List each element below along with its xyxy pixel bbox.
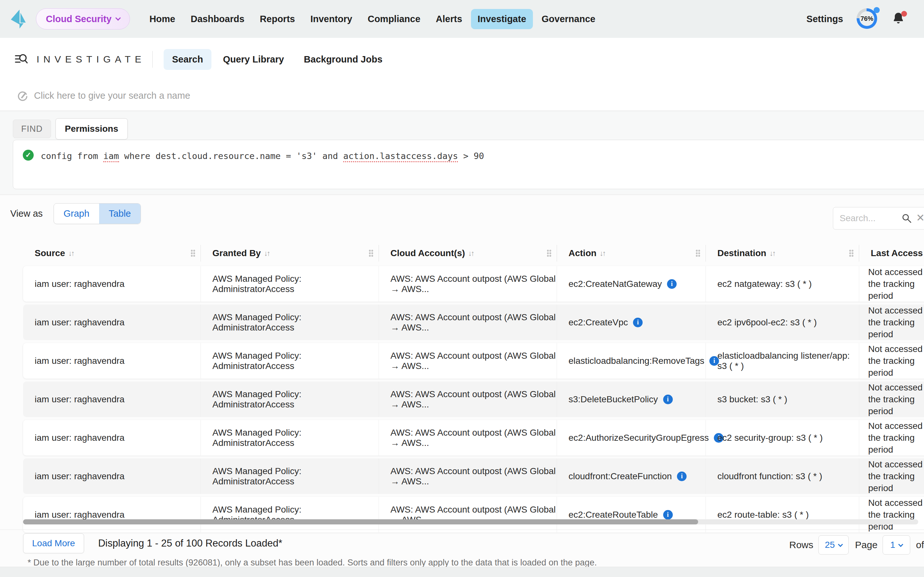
cell-text: ec2:CreateVpc	[569, 318, 628, 327]
query-type-chips: FIND Permissions	[0, 111, 924, 139]
nav-item-inventory[interactable]: Inventory	[304, 9, 359, 29]
cell-source: iam user: raghavendra	[23, 305, 201, 340]
results-search-input[interactable]	[840, 213, 897, 223]
nav-item-compliance[interactable]: Compliance	[361, 9, 427, 29]
search-name-field[interactable]: Click here to give your search a name	[0, 81, 924, 111]
divider	[152, 51, 153, 68]
cell-text: iam user: raghavendra	[35, 510, 124, 520]
page-count-label: of 4	[916, 540, 924, 550]
cell-destination: ec2 natgateway: s3 ( * )	[706, 266, 859, 301]
column-drag-handle-icon[interactable]	[849, 250, 854, 257]
nav-item-reports[interactable]: Reports	[253, 9, 302, 29]
footer-left: Load More Displaying 1 - 25 of 100 Recor…	[23, 533, 282, 553]
sort-icon[interactable]: ↓↑	[599, 249, 605, 258]
cell-text: cloudfront function: s3 ( * )	[717, 471, 822, 482]
cell-granted-by: AWS Managed Policy: AdministratorAccess	[201, 420, 379, 456]
results-section: View as GraphTable × Source↓↑Granted By↓…	[0, 195, 924, 577]
info-icon[interactable]: i	[667, 279, 677, 289]
nav-item-alerts[interactable]: Alerts	[429, 9, 469, 29]
cell-granted-by: AWS Managed Policy: AdministratorAccess	[201, 305, 379, 340]
table-row[interactable]: iam user: raghavendraAWS Managed Policy:…	[23, 497, 924, 532]
view-toggle: GraphTable	[53, 203, 141, 224]
column-header-action[interactable]: Action↓↑	[557, 245, 706, 261]
column-header-cloud-account-s-[interactable]: Cloud Account(s)↓↑	[379, 245, 557, 261]
cell-cloud-accounts: AWS: AWS Account outpost (AWS Global → A…	[379, 382, 557, 417]
load-more-button[interactable]: Load More	[23, 533, 84, 553]
notifications-button[interactable]	[891, 11, 906, 26]
product-switcher[interactable]: Cloud Security	[36, 8, 130, 29]
nav-item-dashboards[interactable]: Dashboards	[184, 9, 251, 29]
sort-icon[interactable]: ↓↑	[68, 249, 74, 258]
table-row[interactable]: iam user: raghavendraAWS Managed Policy:…	[23, 266, 924, 301]
investigate-search-list-icon	[15, 53, 28, 65]
column-header-label: Last Access	[871, 248, 923, 258]
tab-search[interactable]: Search	[164, 49, 212, 70]
info-icon[interactable]: i	[633, 318, 643, 327]
cell-cloud-accounts: AWS: AWS Account outpost (AWS Global → A…	[379, 305, 557, 340]
column-drag-handle-icon[interactable]	[368, 250, 373, 257]
cell-granted-by: AWS Managed Policy: AdministratorAccess	[201, 266, 379, 301]
topnav-right: Settings 76%	[806, 8, 906, 29]
query-type-tab-permissions[interactable]: Permissions	[55, 118, 128, 139]
nav-item-investigate[interactable]: Investigate	[471, 9, 533, 29]
column-header-destination[interactable]: Destination↓↑	[706, 245, 859, 261]
sort-icon[interactable]: ↓↑	[264, 249, 270, 258]
table-row[interactable]: iam user: raghavendraAWS Managed Policy:…	[23, 458, 924, 494]
column-header-granted-by[interactable]: Granted By↓↑	[201, 245, 379, 261]
chevron-down-icon	[115, 15, 121, 21]
table-row[interactable]: iam user: raghavendraAWS Managed Policy:…	[23, 305, 924, 340]
horizontal-scrollbar-thumb[interactable]	[23, 519, 698, 524]
cell-text: AWS Managed Policy: AdministratorAccess	[212, 428, 379, 448]
table-row[interactable]: iam user: raghavendraAWS Managed Policy:…	[23, 382, 924, 417]
query-text[interactable]: config from iam where dest.cloud.resourc…	[41, 150, 484, 163]
usage-progress-ring[interactable]: 76%	[857, 8, 878, 29]
cell-text: Not accessed in the tracking period	[868, 343, 924, 379]
cell-source: iam user: raghavendra	[23, 266, 201, 301]
query-editor[interactable]: ✓ config from iam where dest.cloud.resou…	[13, 140, 924, 189]
notification-badge-dot	[901, 11, 907, 17]
view-toggle-table[interactable]: Table	[99, 203, 141, 224]
table-row[interactable]: iam user: raghavendraAWS Managed Policy:…	[23, 343, 924, 379]
top-navigation-bar: Cloud Security HomeDashboardsReportsInve…	[0, 0, 924, 38]
sort-icon[interactable]: ↓↑	[769, 249, 775, 258]
query-valid-check-icon: ✓	[23, 150, 34, 161]
page-select[interactable]: 1	[883, 535, 910, 554]
cell-cloud-accounts: AWS: AWS Account outpost (AWS Global → A…	[379, 497, 557, 532]
cell-text: AWS Managed Policy: AdministratorAccess	[212, 466, 379, 487]
cell-text: Not accessed in the tracking period	[868, 497, 924, 532]
results-search-box[interactable]: ×	[833, 207, 924, 229]
column-drag-handle-icon[interactable]	[191, 250, 195, 257]
nav-item-governance[interactable]: Governance	[535, 9, 602, 29]
tab-background-jobs[interactable]: Background Jobs	[296, 49, 391, 70]
info-icon[interactable]: i	[663, 395, 673, 404]
cell-text: elasticloadbalancing listener/app: s3 ( …	[717, 351, 859, 371]
search-icon[interactable]	[901, 213, 912, 223]
cell-text: iam user: raghavendra	[35, 394, 124, 405]
tab-query-library[interactable]: Query Library	[215, 49, 292, 70]
column-drag-handle-icon[interactable]	[547, 250, 551, 257]
cell-cloud-accounts: AWS: AWS Account outpost (AWS Global → A…	[379, 458, 557, 494]
clear-search-icon[interactable]: ×	[916, 211, 924, 224]
column-header-source[interactable]: Source↓↑	[23, 245, 201, 261]
table-row[interactable]: iam user: raghavendraAWS Managed Policy:…	[23, 420, 924, 456]
results-table: Source↓↑Granted By↓↑Cloud Account(s)↓↑Ac…	[23, 245, 924, 535]
column-header-label: Cloud Account(s)	[391, 248, 465, 258]
cell-last-access: Not accessed in the tracking period	[859, 458, 924, 494]
table-body: iam user: raghavendraAWS Managed Policy:…	[23, 266, 924, 532]
horizontal-scrollbar-track[interactable]	[23, 519, 918, 524]
info-icon[interactable]: i	[663, 510, 673, 520]
product-switcher-label: Cloud Security	[46, 14, 111, 24]
sort-icon[interactable]: ↓↑	[468, 249, 473, 258]
column-drag-handle-icon[interactable]	[696, 250, 700, 257]
prisma-cloud-logo-icon	[10, 9, 27, 29]
info-icon[interactable]: i	[677, 472, 687, 481]
cell-action: s3:DeleteBucketPolicyi	[557, 382, 706, 417]
cell-text: ec2:CreateNatGateway	[569, 279, 662, 289]
view-toggle-graph[interactable]: Graph	[54, 203, 99, 224]
rows-per-page-select[interactable]: 25	[819, 535, 849, 554]
cell-text: cloudfront:CreateFunction	[569, 471, 672, 482]
cell-text: ec2 security-group: s3 ( * )	[717, 433, 822, 443]
nav-item-home[interactable]: Home	[143, 9, 182, 29]
column-header-last-access[interactable]: Last Access↓↑	[859, 245, 924, 261]
settings-button[interactable]: Settings	[806, 14, 843, 24]
